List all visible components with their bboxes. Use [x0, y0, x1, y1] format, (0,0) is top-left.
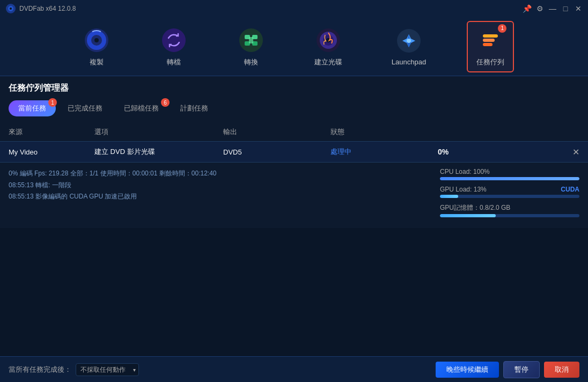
- svg-rect-22: [483, 43, 493, 46]
- top-nav: 複製 轉檔 轉換: [0, 17, 588, 76]
- gpu-tag: CUDA: [561, 186, 579, 193]
- restore-button[interactable]: □: [561, 4, 570, 13]
- task-output: DVD5: [223, 148, 330, 156]
- nav-label-copy: 複製: [90, 57, 104, 67]
- log-line-1: 0% 編碼 Fps: 219.28 全部：1/1 使用時間：00:00:01 剩…: [9, 168, 418, 180]
- app-title: DVDFab x64 12.0.8: [19, 5, 76, 12]
- cancel-button[interactable]: 取消: [544, 362, 579, 378]
- tab-scheduled[interactable]: 計劃任務: [171, 100, 218, 116]
- tab-cancelled[interactable]: 已歸檔任務 6: [114, 100, 168, 116]
- tabs-bar: 當前任務 1 已完成任務 已歸檔任務 6 計劃任務: [0, 98, 588, 116]
- gpu-memory-progress-bg: [440, 214, 579, 217]
- task-resources: CPU Load: 100% GPU Load: 13% CUDA: [440, 168, 579, 223]
- svg-point-19: [407, 39, 411, 43]
- bottom-right: 晚些時候繼續 暫停 取消: [436, 361, 579, 378]
- after-tasks-label: 當所有任務完成後：: [9, 365, 71, 374]
- table-row: My Video 建立 DVD 影片光碟 DVD5 處理中 0% ✕: [0, 142, 588, 163]
- gpu-progress-fill: [440, 195, 458, 198]
- nav-label-burn: 建立光碟: [314, 57, 342, 67]
- cpu-resource: CPU Load: 100%: [440, 168, 579, 180]
- nav-item-copy[interactable]: 複製: [74, 22, 119, 71]
- pin-button[interactable]: 📌: [523, 4, 531, 13]
- tab-completed[interactable]: 已完成任務: [58, 100, 112, 116]
- minimize-button[interactable]: —: [548, 4, 557, 13]
- col-status: 狀態: [330, 127, 438, 137]
- queue-badge: 1: [498, 24, 506, 33]
- settings-button[interactable]: ⚙: [535, 4, 544, 13]
- col-extra: [438, 127, 579, 137]
- task-detail: 0% 編碼 Fps: 219.28 全部：1/1 使用時間：00:00:01 剩…: [0, 163, 588, 228]
- nav-label-convert: 轉檔: [167, 57, 181, 67]
- page-title: 任務佇列管理器: [0, 76, 588, 98]
- bottom-left: 當所有任務完成後： 不採取任何動作: [9, 363, 139, 376]
- nav-item-launchpad[interactable]: Launchpad: [383, 23, 435, 70]
- nav-item-queue[interactable]: 1 任務佇列: [467, 21, 514, 72]
- log-line-3: 08:55:13 影像編碼的 CUDA GPU 加速已啟用: [9, 191, 418, 203]
- gpu-memory-resource: GPU記憶體：0.8/2.0 GB: [440, 203, 579, 217]
- bottom-bar: 當所有任務完成後： 不採取任何動作 晚些時候繼續 暫停 取消: [0, 356, 588, 382]
- app-logo-icon: [5, 3, 16, 14]
- cpu-progress-fill: [440, 177, 579, 180]
- nav-item-convert[interactable]: 轉檔: [151, 22, 196, 71]
- copy-icon: [83, 26, 111, 54]
- gpu-memory-progress-fill: [440, 214, 496, 217]
- svg-rect-20: [483, 34, 498, 38]
- svg-rect-21: [483, 39, 495, 42]
- after-tasks-select[interactable]: 不採取任何動作: [76, 363, 139, 376]
- tab-current-badge: 1: [48, 98, 57, 107]
- gpu-label: GPU Load: 13%: [440, 186, 487, 193]
- svg-point-2: [10, 8, 12, 10]
- col-option: 選項: [94, 127, 223, 137]
- nav-label-launchpad: Launchpad: [392, 58, 426, 66]
- convert-icon: [160, 26, 188, 54]
- main-content: 任務佇列管理器 當前任務 1 已完成任務 已歸檔任務 6 計劃任務 來源 選項 …: [0, 76, 588, 228]
- task-logs: 0% 編碼 Fps: 219.28 全部：1/1 使用時間：00:00:01 剩…: [9, 168, 418, 223]
- table-header: 來源 選項 輸出 狀態: [0, 123, 588, 142]
- gpu-progress-bg: [440, 195, 579, 198]
- title-bar-controls: 📌 ⚙ — □ ✕: [523, 4, 583, 13]
- title-bar-left: DVDFab x64 12.0.8: [5, 3, 76, 14]
- after-tasks-select-wrapper: 不採取任何動作: [76, 363, 139, 376]
- nav-label-queue: 任務佇列: [476, 57, 504, 67]
- log-line-2: 08:55:13 轉檔: 一階段: [9, 180, 418, 192]
- svg-point-7: [162, 28, 186, 52]
- task-percent: 0%: [438, 148, 579, 156]
- pause-button[interactable]: 暫停: [503, 361, 540, 378]
- burn-icon: [314, 26, 342, 54]
- gpu-memory-label: GPU記憶體：0.8/2.0 GB: [440, 203, 510, 212]
- col-source: 來源: [9, 127, 94, 137]
- task-source: My Video: [9, 148, 94, 156]
- task-status: 處理中: [330, 147, 438, 157]
- schedule-button[interactable]: 晚些時候繼續: [436, 362, 499, 378]
- task-close-button[interactable]: ✕: [572, 147, 579, 157]
- title-bar: DVDFab x64 12.0.8 📌 ⚙ — □ ✕: [0, 0, 588, 17]
- close-button[interactable]: ✕: [574, 4, 583, 13]
- nav-label-transform: 轉換: [244, 57, 258, 67]
- gpu-resource: GPU Load: 13% CUDA: [440, 186, 579, 198]
- cpu-label: CPU Load: 100%: [440, 168, 490, 175]
- svg-rect-13: [249, 37, 253, 43]
- svg-point-6: [94, 38, 99, 42]
- nav-item-transform[interactable]: 轉換: [229, 22, 274, 71]
- task-option: 建立 DVD 影片光碟: [94, 147, 223, 157]
- nav-item-burn[interactable]: 建立光碟: [306, 22, 351, 71]
- tab-current[interactable]: 當前任務 1: [9, 100, 56, 116]
- col-output: 輸出: [223, 127, 330, 137]
- tab-cancelled-badge: 6: [161, 98, 170, 107]
- queue-icon: 1: [476, 26, 504, 54]
- transform-icon: [237, 26, 265, 54]
- launchpad-icon: [395, 27, 423, 55]
- cpu-progress-bg: [440, 177, 579, 180]
